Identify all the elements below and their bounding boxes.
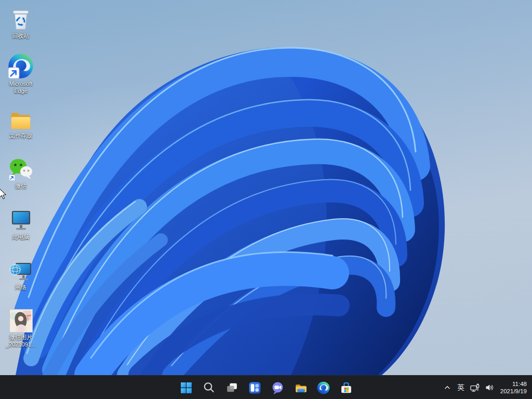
taskbar-store-button[interactable] [336,377,356,398]
overlapping-windows-icon [225,381,238,394]
screen: 回收站 Microsoft Edge 文件存 [0,0,532,399]
image-thumbnail-icon [9,305,33,332]
speaker-icon [485,383,495,392]
tray-network-button[interactable] [468,377,483,398]
taskbar-task-view-button[interactable] [221,377,242,398]
desktop-icon-label: 此电脑 [12,234,30,241]
edge-icon [8,52,34,79]
shopping-bag-icon [340,381,353,394]
tray-time: 11:48 [512,380,527,388]
taskbar: 英 11 [0,375,532,399]
recycle-bin-icon [9,4,33,31]
network-icon [8,256,33,283]
windows-logo-icon [180,381,193,394]
desktop-icon-this-pc[interactable]: 此电脑 [2,205,40,241]
desktop-icon-label: Microsoft Edge [2,81,39,95]
wechat-icon [8,154,34,181]
taskbar-system-tray: 英 11 [441,376,531,399]
wallpaper-bloom-graphic [0,0,532,375]
ime-language-label: 英 [457,383,464,392]
mouse-cursor [0,188,7,200]
desktop-icon-recycle-bin[interactable]: 回收站 [2,4,40,40]
desktop-icon-label: 文件存放 [9,132,32,140]
this-pc-icon [8,205,33,232]
desktop-icon-microsoft-edge[interactable]: Microsoft Edge [2,52,40,95]
magnifier-icon [203,381,215,394]
tray-date: 2021/9/19 [500,388,527,395]
chevron-up-icon [443,383,451,392]
taskbar-center-buttons [176,376,356,399]
ethernet-display-icon [470,383,480,392]
tray-clock-button[interactable]: 11:48 2021/9/19 [497,377,531,398]
desktop-icon-network[interactable]: 网络 [2,256,40,291]
desktop-icon-label: 微信 [15,183,26,190]
taskbar-widgets-button[interactable] [244,377,265,398]
edge-swirl-icon [317,381,330,394]
taskbar-start-button[interactable] [176,377,196,398]
taskbar-search-button[interactable] [198,377,219,398]
folder-icon [9,104,33,131]
desktop-surface[interactable]: 回收站 Microsoft Edge 文件存 [0,0,532,375]
tray-volume-button[interactable] [483,377,497,398]
desktop-icon-wechat-image[interactable]: 微信图片_2021091... [2,305,40,348]
taskbar-file-explorer-button[interactable] [290,377,311,398]
folder-icon [294,381,307,394]
desktop-icon-label: 回收站 [12,33,30,40]
widgets-panel-icon [248,381,261,394]
desktop-icon-label: 微信图片_2021091... [2,334,39,348]
tray-ime-button[interactable]: 英 [454,377,468,398]
desktop-icon-label: 网络 [15,284,26,291]
video-chat-bubble-icon [271,381,284,394]
tray-show-hidden-icons-button[interactable] [441,377,454,398]
taskbar-edge-button[interactable] [313,377,334,398]
desktop-icon-folder-wenjiancunfang[interactable]: 文件存放 [2,104,40,140]
taskbar-chat-button[interactable] [267,377,288,398]
desktop-icon-wechat[interactable]: 微信 [2,154,40,190]
